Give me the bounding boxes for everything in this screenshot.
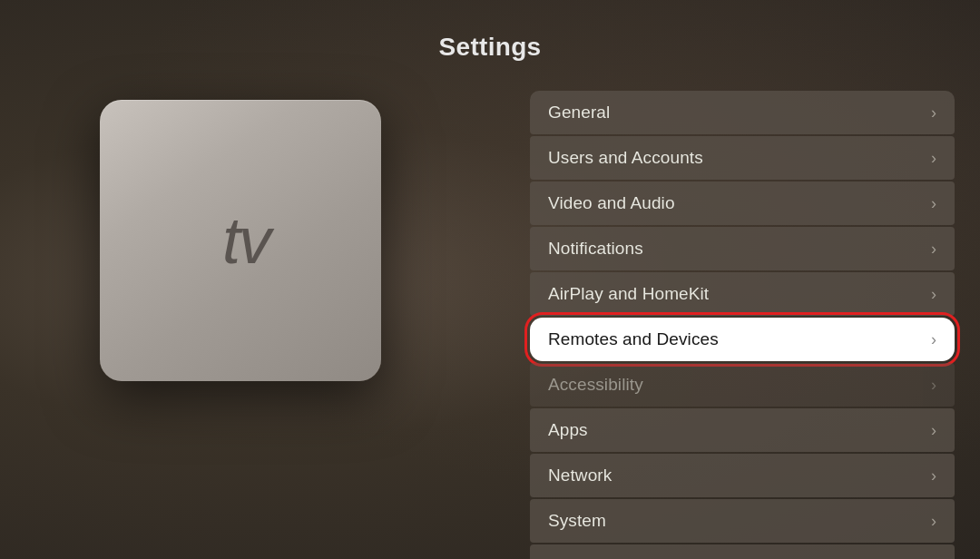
settings-item-accessibility[interactable]: Accessibility›: [530, 363, 955, 407]
chevron-icon-system: ›: [931, 512, 936, 531]
chevron-icon-users-and-accounts: ›: [931, 149, 936, 168]
tv-text: tv: [222, 203, 270, 278]
page-title: Settings: [0, 33, 980, 62]
settings-label-system: System: [548, 511, 606, 531]
settings-label-accessibility: Accessibility: [548, 375, 643, 395]
settings-label-network: Network: [548, 466, 612, 485]
chevron-icon-general: ›: [931, 103, 936, 123]
settings-item-system[interactable]: System›: [530, 499, 955, 543]
chevron-icon-apps: ›: [931, 421, 936, 440]
chevron-icon-accessibility: ›: [931, 376, 936, 395]
chevron-icon-network: ›: [931, 466, 936, 485]
appletv-device-image: tv: [100, 100, 381, 381]
settings-label-apps: Apps: [548, 420, 588, 440]
settings-item-users-and-accounts[interactable]: Users and Accounts›: [530, 136, 955, 180]
chevron-icon-airplay-and-homekit: ›: [931, 285, 936, 304]
settings-label-remotes-and-devices: Remotes and Devices: [548, 329, 719, 349]
settings-item-notifications[interactable]: Notifications›: [530, 227, 955, 270]
appletv-logo: tv: [211, 203, 270, 278]
settings-label-video-and-audio: Video and Audio: [548, 193, 675, 213]
settings-item-apps[interactable]: Apps›: [530, 408, 955, 452]
settings-label-general: General: [548, 103, 610, 123]
settings-item-sleep-now[interactable]: Sleep Now›: [530, 544, 955, 559]
chevron-icon-video-and-audio: ›: [931, 194, 936, 213]
settings-label-users-and-accounts: Users and Accounts: [548, 148, 703, 168]
settings-list: General›Users and Accounts›Video and Aud…: [530, 91, 955, 559]
settings-item-network[interactable]: Network›: [530, 454, 955, 497]
settings-label-airplay-and-homekit: AirPlay and HomeKit: [548, 284, 709, 304]
settings-item-general[interactable]: General›: [530, 91, 955, 134]
settings-item-video-and-audio[interactable]: Video and Audio›: [530, 181, 955, 225]
chevron-icon-remotes-and-devices: ›: [931, 330, 936, 349]
settings-label-notifications: Notifications: [548, 239, 643, 259]
settings-item-remotes-and-devices[interactable]: Remotes and Devices›: [530, 318, 955, 361]
settings-item-airplay-and-homekit[interactable]: AirPlay and HomeKit›: [530, 272, 955, 316]
chevron-icon-notifications: ›: [931, 240, 936, 259]
